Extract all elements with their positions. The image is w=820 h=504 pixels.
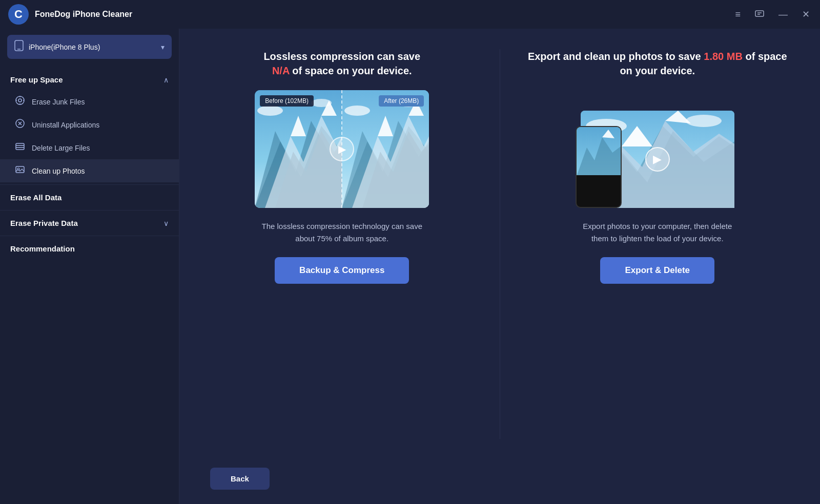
erase-private-chevron-icon: ∨ bbox=[163, 219, 169, 227]
svg-rect-2 bbox=[755, 11, 764, 16]
export-preview: ▶ bbox=[570, 90, 745, 208]
export-headline: Export and clean up photos to save 1.80 … bbox=[526, 49, 790, 78]
sidebar-item-delete-large[interactable]: Delete Large Files bbox=[0, 136, 179, 159]
compress-headline-prefix: Lossless compression can save bbox=[263, 51, 420, 62]
content-area: Lossless compression can save N/A of spa… bbox=[179, 29, 820, 504]
svg-point-29 bbox=[311, 99, 332, 107]
nav-section-erase-private-title: Erase Private Data bbox=[10, 219, 78, 227]
delete-large-label: Delete Large Files bbox=[32, 144, 90, 152]
main-layout: iPhone(iPhone 8 Plus) ▾ Free up Space ∧ bbox=[0, 29, 820, 504]
before-image bbox=[255, 90, 342, 208]
minimize-button[interactable]: — bbox=[776, 7, 790, 22]
device-selector[interactable]: iPhone(iPhone 8 Plus) ▾ bbox=[7, 35, 172, 59]
chat-button[interactable] bbox=[753, 8, 766, 20]
mountain-after-svg bbox=[342, 90, 429, 208]
device-name: iPhone(iPhone 8 Plus) bbox=[29, 43, 156, 51]
delete-large-icon bbox=[14, 142, 26, 154]
nav-section-free-space-title: Free up Space bbox=[10, 75, 63, 84]
app-title: FoneDog iPhone Cleaner bbox=[35, 10, 132, 19]
nav-section-erase-all: Erase All Data bbox=[0, 187, 179, 208]
svg-rect-16 bbox=[16, 143, 24, 150]
svg-point-28 bbox=[257, 106, 283, 116]
nav-divider-1 bbox=[0, 184, 179, 185]
compress-highlight: N/A bbox=[272, 65, 290, 76]
nav-divider-3 bbox=[0, 236, 179, 236]
erase-junk-icon bbox=[14, 96, 26, 108]
export-highlight: 1.80 MB bbox=[704, 51, 743, 62]
nav-section-recommendation-title: Recommendation bbox=[10, 244, 75, 253]
compress-description: The lossless compression technology can … bbox=[260, 220, 424, 245]
after-image bbox=[342, 90, 429, 208]
backup-compress-button[interactable]: Backup & Compress bbox=[275, 257, 409, 284]
sidebar: iPhone(iPhone 8 Plus) ▾ Free up Space ∧ bbox=[0, 29, 179, 504]
nav-section-free-space: Free up Space ∧ Erase Ju bbox=[0, 69, 179, 182]
sidebar-item-erase-junk[interactable]: Erase Junk Files bbox=[0, 90, 179, 113]
nav-section-erase-private: Erase Private Data ∨ bbox=[0, 213, 179, 234]
export-play-button[interactable]: ▶ bbox=[645, 147, 670, 172]
app-logo-icon: C bbox=[8, 4, 29, 25]
clean-photos-icon bbox=[14, 165, 26, 177]
nav-divider-2 bbox=[0, 210, 179, 211]
close-button[interactable]: ✕ bbox=[800, 7, 812, 22]
nav-section-recommendation: Recommendation bbox=[0, 238, 179, 259]
nav-section-free-space-header[interactable]: Free up Space ∧ bbox=[0, 69, 179, 90]
svg-point-7 bbox=[16, 96, 24, 104]
title-bar: C FoneDog iPhone Cleaner ≡ — ✕ bbox=[0, 0, 820, 29]
device-phone-icon bbox=[14, 40, 24, 54]
export-description: Export photos to your computer, then del… bbox=[576, 220, 740, 245]
phone-device bbox=[576, 126, 622, 208]
export-headline-prefix: Export and clean up photos to save bbox=[528, 51, 701, 62]
svg-point-46 bbox=[686, 115, 722, 127]
bottom-bar: Back bbox=[179, 459, 820, 504]
svg-text:C: C bbox=[14, 8, 23, 20]
card-divider bbox=[500, 49, 500, 439]
after-label: After (26MB) bbox=[379, 95, 424, 107]
sidebar-item-clean-photos[interactable]: Clean up Photos bbox=[0, 159, 179, 182]
clean-photos-label: Clean up Photos bbox=[32, 167, 85, 175]
back-button[interactable]: Back bbox=[210, 468, 270, 490]
export-delete-button[interactable]: Export & Delete bbox=[600, 257, 714, 284]
uninstall-apps-icon bbox=[14, 119, 26, 131]
phone-screen-mini bbox=[577, 127, 621, 175]
uninstall-apps-label: Uninstall Applications bbox=[32, 121, 99, 129]
title-bar-controls: ≡ — ✕ bbox=[733, 7, 812, 22]
sidebar-nav: Free up Space ∧ Erase Ju bbox=[0, 65, 179, 504]
menu-button[interactable]: ≡ bbox=[733, 7, 743, 22]
chat-icon bbox=[755, 10, 764, 18]
compress-card: Lossless compression can save N/A of spa… bbox=[210, 49, 474, 439]
export-card: Export and clean up photos to save 1.80 … bbox=[526, 49, 790, 439]
svg-point-8 bbox=[18, 99, 22, 102]
before-after-preview: Before (102MB) After (26MB) ▶ bbox=[255, 90, 429, 208]
free-space-chevron-icon: ∧ bbox=[163, 76, 169, 84]
nav-section-erase-all-header[interactable]: Erase All Data bbox=[0, 187, 179, 208]
svg-rect-19 bbox=[16, 166, 24, 173]
phone-screen-mountain bbox=[577, 127, 621, 175]
nav-section-erase-all-title: Erase All Data bbox=[10, 193, 61, 202]
nav-section-erase-private-header[interactable]: Erase Private Data ∨ bbox=[0, 213, 179, 234]
compress-headline: Lossless compression can save N/A of spa… bbox=[263, 49, 420, 78]
before-label: Before (102MB) bbox=[260, 95, 314, 107]
compress-headline-suffix: of space on your device. bbox=[292, 65, 412, 76]
sidebar-item-uninstall-apps[interactable]: Uninstall Applications bbox=[0, 113, 179, 136]
erase-junk-label: Erase Junk Files bbox=[32, 98, 85, 106]
device-chevron-icon: ▾ bbox=[161, 43, 165, 51]
content-body: Lossless compression can save N/A of spa… bbox=[179, 29, 820, 459]
title-bar-left: C FoneDog iPhone Cleaner bbox=[8, 4, 733, 25]
nav-section-recommendation-header[interactable]: Recommendation bbox=[0, 238, 179, 259]
compress-play-button[interactable]: ▶ bbox=[330, 137, 354, 161]
mountain-before-svg bbox=[255, 90, 342, 208]
svg-point-37 bbox=[344, 106, 370, 116]
